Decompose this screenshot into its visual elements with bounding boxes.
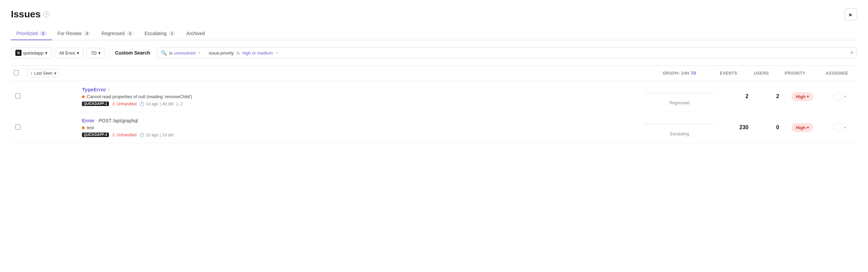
row2-unhandled: ⚠ Unhandled: [112, 132, 137, 137]
row2-graph-status: Escalating: [645, 132, 714, 136]
row2-age-text: 1d old: [162, 133, 173, 137]
tab-escalating[interactable]: Escalating 1: [139, 27, 181, 40]
row1-check-cell: [11, 81, 25, 112]
tab-prioritized[interactable]: Prioritized 2: [11, 27, 52, 40]
row1-priority-chevron-icon: ▾: [807, 94, 809, 99]
row2-assignee-chevron-icon: ▾: [844, 125, 846, 130]
row1-priority-label: High: [796, 94, 806, 99]
row1-graph-cell: Regressed: [642, 81, 717, 112]
row2-dot-icon: [82, 126, 85, 129]
graph-label: GRAPH:: [663, 71, 680, 76]
tab-badge-prioritized: 2: [40, 31, 46, 36]
filter-key-1: is: [169, 50, 172, 56]
row2-checkbox[interactable]: [15, 124, 20, 130]
row2-assignee-cell: ▾: [823, 112, 857, 143]
row2-events-count: 230: [720, 124, 748, 131]
tab-label-regressed: Regressed: [101, 31, 125, 36]
col-priority-header: PRIORITY: [782, 66, 823, 81]
row2-main-cell: Error POST /api/graphql test QUICKDAPP-4…: [79, 112, 642, 143]
play-button[interactable]: ▶: [845, 8, 857, 20]
row2-route: POST /api/graphql: [99, 118, 138, 123]
graph-7d-label: 7d: [691, 71, 696, 76]
row1-events-count: 2: [720, 93, 748, 100]
project-selector[interactable]: N quickdapp ▾: [11, 47, 52, 59]
row1-assignee-chevron-icon: ▾: [844, 94, 846, 99]
col-sort-header: ↕ Last Seen ▾: [25, 66, 79, 81]
row1-issue-type[interactable]: TypeError: [82, 87, 106, 92]
tab-label-for-review: For Review: [57, 31, 82, 36]
row2-check-cell: [11, 112, 25, 143]
sort-label: Last Seen: [34, 71, 53, 76]
env-chevron-icon: ▾: [77, 50, 79, 56]
row1-age-text: 4d old: [162, 102, 173, 106]
row1-time-text: 1d ago: [146, 102, 158, 106]
row1-play-icon: ▷: [176, 102, 179, 106]
row1-time: 🕐 1d ago | 4d old: [139, 102, 173, 106]
row2-unhandled-icon: ⚠: [112, 132, 116, 137]
row2-priority-badge[interactable]: High ▾: [792, 123, 814, 132]
row2-meta: QUICKDAPP-4 ⚠ Unhandled 🕐 1d ago | 1d ol…: [82, 132, 639, 137]
row1-users-count: 2: [754, 93, 779, 100]
help-icon[interactable]: ?: [43, 11, 50, 17]
row1-sort-cell: [25, 81, 79, 112]
filter-key-2: issue.priority: [209, 50, 234, 56]
row1-assignee-circle: [834, 92, 843, 101]
n-logo: N: [15, 50, 22, 56]
page-title-row: Issues ?: [11, 9, 50, 20]
col-graph-header: GRAPH: 24h 7d: [642, 66, 717, 81]
tab-label-prioritized: Prioritized: [16, 31, 38, 36]
search-bar[interactable]: 🔍 is unresolved × issue.priority is high…: [157, 47, 857, 58]
col-check-header: [11, 66, 25, 81]
row1-checkbox[interactable]: [15, 93, 20, 99]
select-all-checkbox[interactable]: [14, 70, 19, 75]
row1-graph-svg: [645, 88, 714, 98]
tab-badge-for-review: 2: [84, 31, 90, 36]
row2-time: 🕐 1d ago | 1d old: [139, 133, 173, 137]
toolbar-divider: [109, 48, 110, 58]
row2-priority-label: High: [796, 125, 806, 130]
row2-issue-type[interactable]: Error: [82, 118, 95, 123]
row2-time-text: 1d ago: [146, 133, 158, 137]
tab-for-review[interactable]: For Review 2: [52, 27, 96, 40]
filter-remove-2[interactable]: ×: [276, 50, 278, 55]
row1-assignee-button[interactable]: ▾: [826, 92, 854, 101]
time-selector[interactable]: 7D ▾: [86, 48, 105, 58]
search-icon: 🔍: [161, 50, 167, 56]
row1-meta: QUICKDAPP-1 ⚠ Unhandled 🕐 1d ago | 4d ol…: [82, 101, 639, 106]
tab-regressed[interactable]: Regressed 1: [96, 27, 139, 40]
tab-archived[interactable]: Archived: [181, 27, 210, 40]
play-icon: ▶: [849, 12, 853, 17]
env-selector[interactable]: All Envs ▾: [55, 48, 84, 58]
row1-separator: |: [160, 102, 161, 106]
col-assignee-header: ASSIGNEE: [823, 66, 857, 81]
row1-assignee-cell: ▾: [823, 81, 857, 112]
row2-users-cell: 0: [751, 112, 782, 143]
page-header: Issues ? ▶: [11, 8, 857, 20]
row2-users-count: 0: [754, 124, 779, 131]
tab-badge-regressed: 1: [127, 31, 134, 36]
tab-label-archived: Archived: [186, 31, 205, 36]
project-chevron-icon: ▾: [45, 50, 47, 56]
tabs-row: Prioritized 2 For Review 2 Regressed 1 E…: [11, 27, 857, 40]
page-container: Issues ? ▶ Prioritized 2 For Review 2 Re…: [0, 0, 868, 272]
row2-assignee-button[interactable]: ▾: [826, 123, 854, 132]
filter-remove-1[interactable]: ×: [198, 50, 201, 55]
row1-desc-text: Cannot read properties of null (reading …: [87, 94, 192, 99]
search-clear-button[interactable]: ×: [850, 50, 853, 56]
issues-table: ↕ Last Seen ▾ GRAPH: 24h 7d EVENTS: [11, 65, 857, 143]
row1-unhandled-label: Unhandled: [117, 102, 137, 106]
filter-pill-priority: issue.priority is high or medium ×: [209, 50, 278, 56]
row1-unhandled: ⚠ Unhandled: [112, 101, 137, 106]
row1-priority-badge[interactable]: High ▾: [792, 92, 814, 101]
sort-button[interactable]: ↕ Last Seen ▾: [27, 69, 59, 77]
row2-assignee-circle: [834, 123, 843, 132]
table-row: Error POST /api/graphql test QUICKDAPP-4…: [11, 112, 857, 143]
env-label: All Envs: [59, 50, 75, 56]
custom-search-label: Custom Search: [114, 50, 154, 56]
row1-graph-status: Regressed: [645, 101, 714, 105]
col-events-header: EVENTS: [717, 66, 751, 81]
time-chevron-icon: ▾: [98, 50, 101, 56]
row2-separator: |: [160, 133, 161, 137]
row1-project-code: QUICKDAPP-1: [82, 102, 109, 106]
row1-dot-icon: [82, 95, 85, 98]
